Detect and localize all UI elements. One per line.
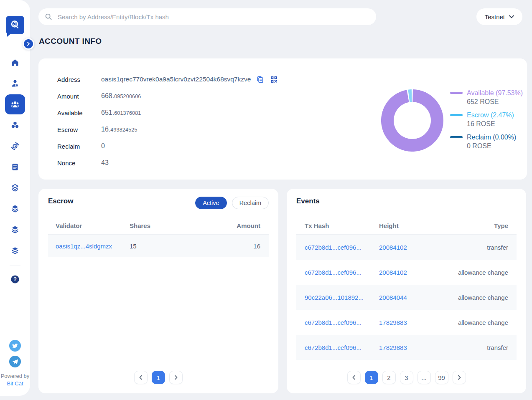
validator-link[interactable]: oasis1qz...4sldgmzx <box>56 243 112 250</box>
page-button[interactable]: 3 <box>400 371 413 384</box>
app-logo[interactable] <box>6 16 24 34</box>
legend-item-escrow[interactable]: Escrow (2.47%) 16 ROSE <box>450 111 523 128</box>
sidebar-item-paratime-1[interactable] <box>5 178 25 198</box>
legend-item-reclaim[interactable]: Reclaim (0.00%) 0 ROSE <box>450 133 523 150</box>
sidebar-item-home[interactable] <box>5 53 25 73</box>
height-link[interactable]: 20084102 <box>379 244 407 251</box>
tab-reclaim[interactable]: Reclaim <box>232 197 269 209</box>
sidebar-item-accounts[interactable] <box>5 94 25 114</box>
nonce-row: Nonce 43 <box>57 154 278 171</box>
escrow-pagination: 1 <box>38 371 278 384</box>
height-link[interactable]: 17829883 <box>379 344 407 351</box>
sidebar-item-proposals[interactable] <box>5 157 25 177</box>
nonce-label: Nonce <box>57 159 101 167</box>
sidebar-item-paratime-3[interactable] <box>5 220 25 240</box>
sidebar-item-validators[interactable] <box>5 73 25 94</box>
prev-page-button[interactable] <box>347 371 361 384</box>
amount-label: Amount <box>57 93 101 100</box>
escrow-value: 16. <box>101 126 110 133</box>
legend-value-available: 652 ROSE <box>467 98 523 106</box>
address-row: Address oasis1qrec770vrek0a9a5lcrv0zvt22… <box>57 71 278 88</box>
chart-legend: Available (97.53%) 652 ROSE Escrow (2.47… <box>450 89 523 155</box>
available-label: Available <box>57 109 101 116</box>
page-button[interactable]: 1 <box>365 371 378 384</box>
nonce-value: 43 <box>101 159 109 167</box>
sidebar-expand-button[interactable] <box>23 38 34 50</box>
legend-label-reclaim: Reclaim (0.00%) <box>467 134 516 141</box>
reclaim-label: Reclaim <box>57 143 101 150</box>
sidebar-item-transactions[interactable] <box>5 136 25 156</box>
amount-fraction: 095200606 <box>114 94 141 99</box>
prev-page-button[interactable] <box>134 371 148 384</box>
height-link[interactable]: 20084044 <box>379 294 407 301</box>
network-selector[interactable]: Testnet <box>476 8 522 25</box>
amount-value: 16 <box>253 243 269 250</box>
event-type: allowance change <box>458 319 517 326</box>
home-icon <box>10 58 20 68</box>
available-row: Available 651.601376081 <box>57 104 278 121</box>
telegram-link[interactable] <box>9 356 21 367</box>
sidebar-item-help[interactable]: ? <box>5 271 25 288</box>
chevron-down-icon <box>509 15 514 18</box>
event-type: allowance change <box>458 294 517 301</box>
event-type: transfer <box>487 244 517 251</box>
tx-hash-link[interactable]: c672b8d1...cef096... <box>305 244 361 251</box>
svg-text:?: ? <box>13 276 17 282</box>
address-value: oasis1qrec770vrek0a9a5lcrv0zvt22504k68sv… <box>101 76 251 83</box>
sidebar-item-paratime-2[interactable] <box>5 199 25 219</box>
events-pagination: 123...99 <box>287 371 526 384</box>
events-panel: Events Tx HashHeightType c672b8d1...cef0… <box>287 189 526 393</box>
page-title: ACCOUNT INFO <box>39 37 102 46</box>
paratime-icon-4 <box>10 246 20 256</box>
escrow-table-header: ValidatorSharesAmount <box>48 217 269 235</box>
bitcat-link[interactable]: Bit Cat <box>7 380 23 387</box>
twitter-link[interactable] <box>9 340 21 352</box>
legend-label-escrow: Escrow (2.47%) <box>467 111 514 119</box>
legend-label-available: Available (97.53%) <box>467 89 523 97</box>
amount-value: 668. <box>101 92 114 100</box>
escrow-table-body: oasis1qz...4sldgmzx1516 <box>48 235 269 257</box>
chevron-right-icon <box>174 375 178 380</box>
reclaim-value: 0 <box>101 142 105 150</box>
escrow-fraction: 493824525 <box>110 127 137 133</box>
table-row: c672b8d1...cef096...17829883allowance ch… <box>296 310 517 335</box>
search-input[interactable] <box>57 13 370 21</box>
next-page-button[interactable] <box>453 371 466 384</box>
chevron-right-icon <box>27 42 30 46</box>
column-header: Height <box>379 222 494 229</box>
show-qr-button[interactable] <box>270 75 278 84</box>
chevron-right-icon <box>457 375 461 380</box>
column-header: Validator <box>48 222 130 229</box>
tx-hash-link[interactable]: 90c22a06...101892... <box>305 294 364 301</box>
telegram-icon <box>12 358 18 365</box>
available-value: 651. <box>101 109 114 116</box>
accounts-icon <box>10 99 20 110</box>
tab-active[interactable]: Active <box>195 197 227 209</box>
page-ellipsis[interactable]: ... <box>417 371 431 384</box>
legend-item-available[interactable]: Available (97.53%) 652 ROSE <box>450 89 523 106</box>
copy-address-button[interactable] <box>256 75 265 84</box>
validators-icon <box>10 78 20 89</box>
escrow-panel: Escrow Active Reclaim ValidatorSharesAmo… <box>38 189 278 393</box>
sidebar-item-paratime-4[interactable] <box>5 241 25 261</box>
page-button[interactable]: 1 <box>152 371 165 384</box>
address-label: Address <box>57 76 101 83</box>
tx-hash-link[interactable]: c672b8d1...cef096... <box>305 269 361 276</box>
escrow-label: Escrow <box>57 126 101 133</box>
search-bar <box>38 8 376 25</box>
tx-hash-link[interactable]: c672b8d1...cef096... <box>305 344 361 351</box>
available-fraction: 601376081 <box>114 110 141 116</box>
twitter-icon <box>12 342 18 349</box>
page-button[interactable]: 99 <box>435 371 448 384</box>
account-details: Address oasis1qrec770vrek0a9a5lcrv0zvt22… <box>57 71 278 171</box>
page-button[interactable]: 2 <box>382 371 396 384</box>
legend-swatch-escrow <box>450 114 463 116</box>
events-table-header: Tx HashHeightType <box>296 217 517 235</box>
table-row: c672b8d1...cef096...20084102transfer <box>296 235 517 260</box>
height-link[interactable]: 20084102 <box>379 269 407 276</box>
tx-hash-link[interactable]: c672b8d1...cef096... <box>305 319 361 326</box>
sidebar-item-blocks[interactable] <box>5 115 25 135</box>
height-link[interactable]: 17829883 <box>379 319 407 326</box>
shares-value: 15 <box>130 243 253 250</box>
next-page-button[interactable] <box>169 371 183 384</box>
